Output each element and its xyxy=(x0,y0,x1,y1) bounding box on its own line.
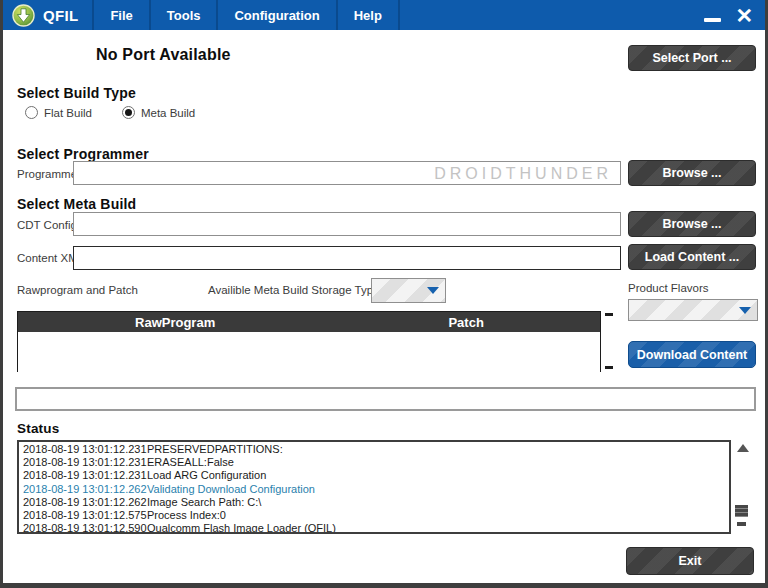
close-icon[interactable]: ✕ xyxy=(735,5,753,26)
chevron-down-icon xyxy=(739,307,751,314)
log-line: 2018-08-19 13:01:12.575Process Index:0 xyxy=(23,509,729,522)
select-port-button[interactable]: Select Port ... xyxy=(628,45,756,71)
qfil-window: QFIL File Tools Configuration Help ✕ No … xyxy=(0,0,768,588)
log-line: 2018-08-19 13:01:12.231ERASEALL:False xyxy=(23,456,729,469)
scrollbar-up-icon[interactable] xyxy=(737,444,749,452)
scrollbar-thumb[interactable] xyxy=(735,505,748,517)
radio-flat-build-circle[interactable] xyxy=(25,106,38,119)
menu-help[interactable]: Help xyxy=(338,0,398,30)
port-status-text: No Port Available xyxy=(96,46,231,64)
qfil-logo-icon xyxy=(3,0,43,30)
radio-meta-build-circle[interactable] xyxy=(122,106,135,119)
meta-build-heading: Select Meta Build xyxy=(17,196,136,212)
cdt-browse-button[interactable]: Browse ... xyxy=(628,211,756,237)
storage-types-label: Availible Meta Build Storage Types xyxy=(208,284,385,296)
rawprogram-patch-table[interactable]: RawProgram Patch xyxy=(17,311,601,372)
splitter-tick-top xyxy=(605,313,613,316)
programmer-path-input[interactable]: DROIDTHUNDER xyxy=(73,161,621,185)
rawprogram-patch-label: Rawprogram and Patch xyxy=(17,284,138,296)
splitter-tick-bottom xyxy=(605,366,613,369)
log-line: 2018-08-19 13:01:12.590Qualcomm Flash Im… xyxy=(23,522,729,534)
radio-meta-build[interactable]: Meta Build xyxy=(122,106,195,119)
load-content-button[interactable]: Load Content ... xyxy=(628,244,756,270)
build-type-heading: Select Build Type xyxy=(17,85,136,101)
menu-file[interactable]: File xyxy=(94,0,148,30)
radio-flat-build-label: Flat Build xyxy=(44,107,92,119)
radio-meta-build-label: Meta Build xyxy=(141,107,195,119)
scrollbar-down-icon[interactable] xyxy=(737,522,746,526)
table-body-empty xyxy=(18,332,600,372)
log-line: 2018-08-19 13:01:12.231PRESERVEDPARTITIO… xyxy=(23,443,729,456)
minimize-icon[interactable] xyxy=(704,18,721,22)
programmer-browse-button[interactable]: Browse ... xyxy=(628,160,756,186)
exit-button[interactable]: Exit xyxy=(626,547,754,575)
menu-tools[interactable]: Tools xyxy=(151,0,217,30)
status-log[interactable]: 2018-08-19 13:01:12.231PRESERVEDPARTITIO… xyxy=(17,440,731,534)
titlebar: QFIL File Tools Configuration Help ✕ xyxy=(3,0,765,30)
menu-configuration[interactable]: Configuration xyxy=(218,0,335,30)
watermark-text: DROIDTHUNDER xyxy=(434,165,612,183)
download-content-button[interactable]: Download Content xyxy=(628,341,756,368)
menu-separator xyxy=(398,0,400,30)
cdt-config-label: CDT Config xyxy=(17,219,77,231)
app-title: QFIL xyxy=(43,7,92,24)
column-patch[interactable]: Patch xyxy=(332,312,600,332)
log-line: 2018-08-19 13:01:12.231Load ARG Configur… xyxy=(23,469,729,482)
product-flavors-dropdown[interactable] xyxy=(628,299,758,321)
chevron-down-icon xyxy=(427,287,439,294)
radio-flat-build[interactable]: Flat Build xyxy=(25,106,92,119)
progress-bar xyxy=(15,387,756,411)
log-line: 2018-08-19 13:01:12.262Image Search Path… xyxy=(23,496,729,509)
cdt-config-input[interactable] xyxy=(73,212,621,236)
column-rawprogram[interactable]: RawProgram xyxy=(18,312,332,332)
content-xml-input[interactable] xyxy=(73,246,621,270)
product-flavors-label: Product Flavors xyxy=(628,282,709,294)
storage-types-dropdown[interactable] xyxy=(371,278,446,303)
log-line: 2018-08-19 13:01:12.262Validating Downlo… xyxy=(23,483,729,496)
status-heading: Status xyxy=(17,421,59,436)
programmer-heading: Select Programmer xyxy=(17,146,149,162)
table-header: RawProgram Patch xyxy=(18,312,600,332)
